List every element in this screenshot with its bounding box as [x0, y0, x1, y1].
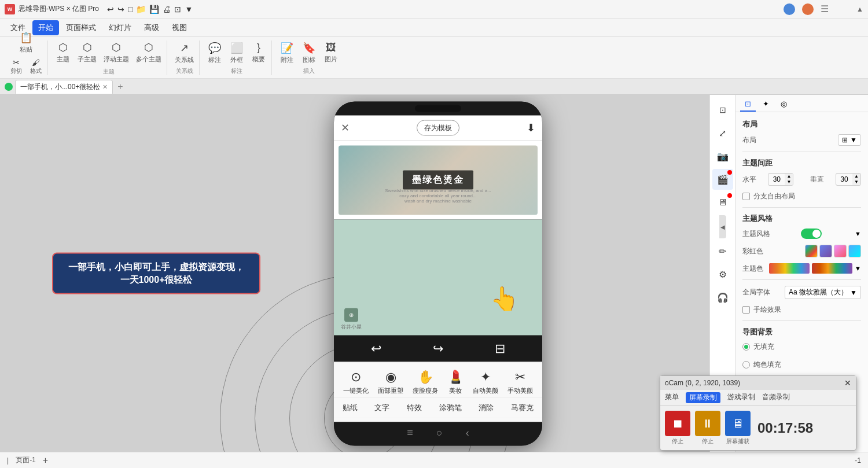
- theme-color-strip-1[interactable]: [769, 263, 810, 274]
- menu-view[interactable]: 视图: [166, 20, 193, 35]
- undo-icon[interactable]: ↩: [107, 5, 114, 14]
- ocam-close-btn[interactable]: ✕: [844, 378, 851, 388]
- redo-icon[interactable]: ↪: [117, 5, 124, 14]
- multi-theme-btn[interactable]: ⬡ 多个主题: [133, 39, 164, 65]
- user-avatar[interactable]: [784, 3, 795, 15]
- phone-tool-manual-beauty[interactable]: ✂ 手动美颜: [507, 369, 533, 395]
- ocam-menu-game[interactable]: 游戏录制: [727, 392, 755, 403]
- free-layout-checkbox[interactable]: [742, 193, 750, 200]
- page-num-display[interactable]: 页面-1: [16, 455, 36, 465]
- ocam-stop-btn[interactable]: ⏹: [665, 411, 690, 436]
- phone-tool-makeup[interactable]: 💄 美妆: [448, 369, 464, 395]
- tab-add-btn[interactable]: +: [117, 82, 123, 92]
- phone-tool-slim[interactable]: ✋ 瘦脸瘦身: [413, 369, 438, 395]
- chevron-up-icon[interactable]: ▲: [856, 5, 863, 13]
- user-icon2[interactable]: [802, 3, 814, 15]
- phone-tab-erase[interactable]: 消除: [476, 401, 496, 414]
- tool-camera[interactable]: 📷: [712, 146, 733, 167]
- phone-undo-icon[interactable]: ↩: [371, 341, 381, 356]
- tool-settings[interactable]: ⚙: [712, 264, 733, 285]
- v-spacing-input[interactable]: 30 ▲ ▼: [836, 173, 861, 186]
- export-icon[interactable]: ⊡: [174, 5, 181, 14]
- relation-btn[interactable]: ↗ 关系线: [172, 40, 197, 66]
- menu-icon[interactable]: ☰: [821, 3, 829, 14]
- bg-none-radio[interactable]: [742, 343, 750, 351]
- ocam-menu-main[interactable]: 菜单: [665, 392, 679, 403]
- collapse-panel-arrow[interactable]: ◀: [719, 215, 726, 238]
- toggle-dropdown-icon[interactable]: ▼: [855, 230, 861, 237]
- theme-style-toggle[interactable]: [801, 229, 822, 239]
- ocam-menu-audio[interactable]: 音频录制: [762, 392, 790, 403]
- float-theme-btn[interactable]: ⬡ 浮动主题: [101, 39, 132, 65]
- menu-page-style[interactable]: 页面样式: [60, 20, 102, 35]
- phone-tool-reshape[interactable]: ◉ 面部重塑: [378, 369, 403, 395]
- save-icon[interactable]: 💾: [149, 5, 159, 14]
- bg-solid-radio[interactable]: [742, 361, 750, 368]
- right-tab-position[interactable]: ◎: [776, 97, 792, 112]
- tab-item-active[interactable]: 一部手机，小...00+很轻松 ✕: [15, 80, 113, 94]
- phone-back-icon[interactable]: ‹: [466, 426, 469, 438]
- phone-tab-sticker[interactable]: 贴纸: [340, 401, 360, 414]
- icon-btn[interactable]: 🔖 图标: [299, 40, 319, 66]
- rainbow-swatch-4[interactable]: [848, 245, 861, 257]
- format-btn[interactable]: 🖌 格式: [27, 57, 45, 76]
- phone-crop-icon[interactable]: ⊟: [495, 341, 505, 356]
- phone-tool-beautify[interactable]: ⊙ 一键美化: [343, 369, 369, 395]
- tool-expand[interactable]: ⊡: [712, 100, 733, 120]
- right-tab-layout[interactable]: ⊡: [740, 97, 756, 112]
- tool-audio[interactable]: 🎧: [712, 287, 733, 308]
- phone-close-btn[interactable]: ✕: [341, 121, 350, 134]
- ocam-menu-screen[interactable]: 屏幕录制: [686, 392, 720, 403]
- phone-canvas-editing-area[interactable]: 👆 ⊕ 谷井小屋: [334, 219, 542, 335]
- add-page-btn[interactable]: +: [43, 455, 48, 466]
- menu-slides[interactable]: 幻灯片: [103, 20, 137, 35]
- phone-redo-icon[interactable]: ↪: [433, 341, 443, 356]
- h-spacing-input[interactable]: 30 ▲ ▼: [768, 173, 793, 186]
- v-spacing-down[interactable]: ▼: [852, 179, 860, 185]
- phone-tab-mosaic[interactable]: 马赛克: [509, 401, 536, 414]
- menu-advanced[interactable]: 高级: [138, 20, 165, 35]
- open-icon[interactable]: 📁: [136, 5, 146, 14]
- dropdown-icon[interactable]: ▼: [185, 5, 193, 14]
- font-select[interactable]: Aa 微软雅黑（大） ▼: [785, 286, 861, 299]
- cut-btn[interactable]: ✂ 剪切: [7, 57, 25, 76]
- rainbow-swatch-2[interactable]: [819, 245, 832, 257]
- phone-menu-icon[interactable]: ≡: [407, 426, 413, 438]
- print-icon[interactable]: 🖨: [163, 5, 171, 14]
- layout-select[interactable]: ⊞ ▼: [838, 134, 861, 146]
- note-btn[interactable]: 📝 附注: [277, 40, 297, 66]
- theme-btn[interactable]: ⬡ 主题: [53, 39, 73, 65]
- v-spacing-stepper[interactable]: ▲ ▼: [852, 174, 860, 185]
- phone-tab-effect[interactable]: 特效: [404, 401, 424, 414]
- hand-drawn-checkbox[interactable]: [742, 306, 750, 314]
- tool-fullscreen[interactable]: ⤢: [712, 123, 733, 143]
- sub-theme-btn[interactable]: ⬡ 子主题: [75, 39, 100, 65]
- h-spacing-stepper[interactable]: ▲ ▼: [785, 174, 793, 185]
- right-tab-style[interactable]: ✦: [758, 97, 774, 112]
- theme-color-dropdown[interactable]: ▼: [855, 265, 861, 272]
- annotation-btn[interactable]: 💬 标注: [204, 40, 225, 66]
- phone-tab-doodle[interactable]: 涂鸦笔: [437, 401, 464, 414]
- border-btn[interactable]: ⬜ 外框: [226, 40, 247, 66]
- phone-tab-text[interactable]: 文字: [372, 401, 392, 414]
- rainbow-swatch-3[interactable]: [834, 245, 847, 257]
- ocam-capture-btn[interactable]: 🖥: [725, 411, 751, 436]
- theme-color-strip-2[interactable]: [812, 263, 852, 274]
- phone-tool-auto-beauty[interactable]: ✦ 自动美颜: [473, 369, 498, 395]
- summary-btn[interactable]: } 概要: [248, 40, 269, 66]
- tool-record[interactable]: 🎬: [712, 169, 733, 190]
- new-icon[interactable]: □: [128, 5, 133, 14]
- phone-home-icon[interactable]: ○: [436, 426, 443, 438]
- paste-btn[interactable]: 📋 粘贴: [16, 30, 36, 56]
- image-btn[interactable]: 🖼 图片: [321, 40, 341, 66]
- h-spacing-up[interactable]: ▲: [785, 174, 793, 179]
- v-spacing-up[interactable]: ▲: [852, 174, 860, 179]
- tool-pen[interactable]: ✏: [712, 241, 733, 261]
- tab-close-btn[interactable]: ✕: [102, 83, 108, 91]
- tool-screen[interactable]: 🖥: [712, 192, 733, 213]
- h-spacing-down[interactable]: ▼: [785, 179, 793, 185]
- canvas-area[interactable]: 一部手机，小白即可上手，虚拟资源变现，一天1000+很轻松 ✕ 存为模板 ⬇ 墨…: [0, 95, 709, 452]
- phone-download-btn[interactable]: ⬇: [527, 121, 535, 134]
- phone-save-template-btn[interactable]: 存为模板: [417, 120, 459, 135]
- mindmap-central-node[interactable]: 一部手机，小白即可上手，虚拟资源变现，一天1000+很轻松: [52, 252, 260, 294]
